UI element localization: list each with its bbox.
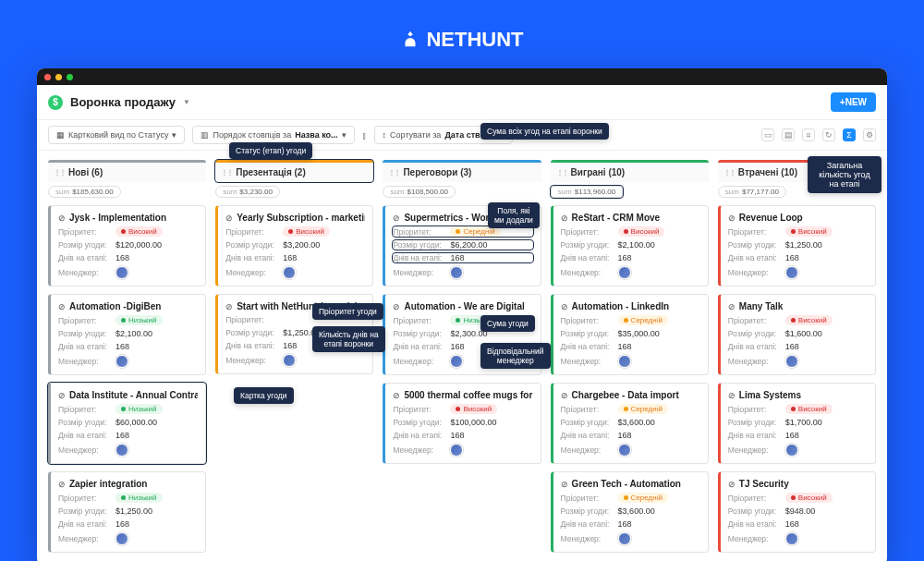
- deal-card[interactable]: ⊘Revenue Loop Пріоритет:Високий Розмір у…: [718, 205, 876, 287]
- avatar: [116, 266, 128, 279]
- list-icon[interactable]: ▤: [782, 128, 795, 141]
- callout-fields: Поля, які ми додали: [488, 202, 540, 228]
- column-header[interactable]: ⋮⋮ Презентація (2): [215, 160, 373, 182]
- field-days: Днів на етапі:168: [225, 253, 365, 262]
- field-days: Днів на етапі:168: [728, 253, 868, 262]
- field-manager: Менеджер:: [58, 355, 198, 368]
- avatar: [116, 355, 128, 368]
- check-icon: ⊘: [393, 391, 400, 400]
- folder-icon: $: [48, 95, 63, 110]
- check-icon: ⊘: [225, 213, 233, 223]
- maximize-icon[interactable]: [67, 74, 73, 80]
- settings-icon[interactable]: ⚙: [863, 128, 876, 141]
- deal-card[interactable]: ⊘Zapier integration Пріоритет:Низький Ро…: [48, 471, 206, 553]
- field-amount: Розмір угоди:$35,000.00: [561, 329, 700, 338]
- field-priority: Пріоритет:Високий: [728, 315, 868, 325]
- field-manager: Менеджер:: [393, 266, 532, 279]
- check-icon: ⊘: [561, 302, 568, 311]
- column-header[interactable]: ⋮⋮ Переговори (3): [383, 160, 541, 182]
- deal-card[interactable]: ⊘Automation -DigiBen Пріоритет:Низький Р…: [48, 294, 206, 375]
- deal-card[interactable]: ⊘Data Institute - Annual Contract Пріори…: [48, 383, 206, 464]
- field-days: Днів на етапі:168: [393, 253, 532, 262]
- field-priority: Пріоритет:Високий: [225, 226, 365, 237]
- priority-badge: Високий: [785, 315, 833, 325]
- page-title[interactable]: Воронка продажу: [70, 95, 176, 109]
- kanban-column: ⋮⋮ Нові (6) sum$185,630.00 ⊘Jysk - Imple…: [48, 160, 206, 553]
- field-priority: Пріоритет:Високий: [393, 404, 532, 414]
- view-selector[interactable]: ▦ Картковий вид по Статусу ▾: [48, 126, 185, 144]
- priority-badge: Високий: [450, 404, 497, 414]
- avatar: [116, 532, 128, 545]
- deal-card[interactable]: ⊘Jysk - Implementation Пріоритет:Високий…: [48, 205, 206, 287]
- refresh-icon[interactable]: ↻: [822, 128, 835, 141]
- deal-card[interactable]: ⊘Lima Systems Пріоритет:Високий Розмір у…: [718, 383, 876, 464]
- avatar: [618, 532, 631, 545]
- new-button[interactable]: +NEW: [831, 92, 876, 112]
- field-amount: Розмір угоди:$1,600.00: [728, 329, 868, 338]
- deal-card[interactable]: ⊘Yearly Subscription - marketing t... Пр…: [215, 205, 373, 287]
- column-sum: sum$77,177.00: [718, 186, 786, 198]
- column-title: Виграні (10): [571, 167, 626, 177]
- deal-card[interactable]: ⊘TJ Security Пріоритет:Високий Розмір уг…: [718, 471, 876, 553]
- minimize-icon[interactable]: [55, 74, 62, 80]
- card-title: ⊘Many Talk: [728, 301, 868, 311]
- deal-card[interactable]: ⊘Automation - LinkedIn Пріоритет:Середні…: [551, 294, 709, 375]
- drag-icon[interactable]: ⋮⋮: [54, 168, 65, 177]
- field-amount: Розмір угоди:$3,600.00: [561, 418, 700, 427]
- field-amount: Розмір угоди:$6,200.00: [393, 240, 532, 250]
- drag-icon[interactable]: ⋮⋮: [556, 168, 567, 177]
- card-title: ⊘Revenue Loop: [728, 213, 868, 223]
- columns-selector[interactable]: ▥ Порядок стовпців за Назва ко... ▾: [192, 126, 354, 144]
- calendar-icon[interactable]: ▭: [761, 128, 774, 141]
- avatar: [618, 444, 631, 457]
- check-icon: ⊘: [728, 213, 736, 223]
- field-priority: Пріоритет:Високий: [728, 493, 868, 503]
- column-header[interactable]: ⋮⋮ Виграні (10): [551, 160, 709, 182]
- deal-card[interactable]: ⊘Green Tech - Automation Пріоритет:Серед…: [551, 471, 709, 553]
- card-title: ⊘Automation - We are Digital: [393, 301, 532, 311]
- card-title: ⊘Zapier integration: [58, 479, 198, 489]
- check-icon: ⊘: [393, 302, 400, 311]
- deal-card[interactable]: ⊘ReStart - CRM Move Пріоритет:Високий Ро…: [551, 205, 709, 287]
- chart-icon[interactable]: ⫿: [362, 130, 367, 140]
- check-icon: ⊘: [561, 480, 568, 489]
- page-header: $ Воронка продажу ▼ +NEW: [37, 85, 887, 120]
- priority-badge: Низький: [116, 315, 163, 325]
- field-manager: Менеджер:: [561, 266, 700, 279]
- field-days: Днів на етапі:168: [728, 431, 868, 440]
- check-icon: ⊘: [58, 302, 66, 311]
- filter-icon[interactable]: ≡: [802, 128, 815, 141]
- field-priority: Пріоритет:Середній: [561, 315, 700, 325]
- field-amount: Розмір угоди:$948.00: [728, 506, 868, 516]
- field-days: Днів на етапі:168: [561, 431, 700, 440]
- card-title: ⊘ReStart - CRM Move: [561, 213, 700, 223]
- drag-icon[interactable]: ⋮⋮: [388, 168, 399, 177]
- priority-badge: Високий: [283, 226, 330, 237]
- avatar: [785, 444, 798, 457]
- deal-card[interactable]: ⊘Chargebee - Data import Пріоритет:Серед…: [551, 383, 709, 464]
- deal-card[interactable]: ⊘Many Talk Пріоритет:Високий Розмір угод…: [718, 294, 876, 375]
- brand-logo: NETHUNT: [400, 28, 523, 52]
- avatar: [618, 355, 631, 368]
- drag-icon[interactable]: ⋮⋮: [221, 168, 232, 177]
- field-manager: Менеджер:: [58, 444, 198, 457]
- avatar: [785, 355, 798, 368]
- column-header[interactable]: ⋮⋮ Нові (6): [48, 160, 206, 182]
- sigma-icon[interactable]: Σ: [843, 128, 856, 141]
- app-window: $ Воронка продажу ▼ +NEW ▦ Картковий вид…: [37, 68, 887, 561]
- deal-card[interactable]: ⊘5000 thermal coffee mugs for ... Пріори…: [383, 383, 541, 464]
- card-title: ⊘Data Institute - Annual Contract: [58, 390, 198, 400]
- column-title: Переговори (3): [403, 167, 471, 177]
- drag-icon[interactable]: ⋮⋮: [723, 168, 735, 177]
- field-priority: Пріоритет:Високий: [728, 404, 868, 414]
- field-amount: Розмір угоди:$100,000.00: [393, 418, 532, 427]
- close-icon[interactable]: [44, 74, 51, 80]
- kanban-column: ⋮⋮ Виграні (10) sum$113,960.00 ⊘ReStart …: [551, 160, 709, 553]
- priority-badge: Високий: [618, 226, 665, 237]
- chevron-down-icon[interactable]: ▼: [183, 98, 190, 106]
- field-priority: Пріоритет:Низький: [58, 493, 198, 503]
- field-days: Днів на етапі:168: [561, 253, 700, 262]
- check-icon: ⊘: [728, 480, 736, 489]
- field-manager: Менеджер:: [393, 444, 532, 457]
- field-days: Днів на етапі:168: [393, 431, 532, 440]
